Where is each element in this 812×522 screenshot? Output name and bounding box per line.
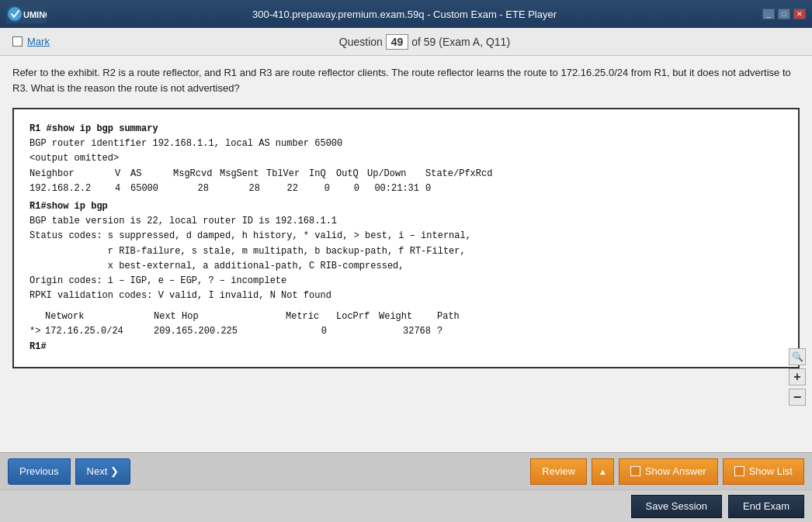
col-metric-h: Metric — [286, 309, 336, 324]
col-path-h: Path — [437, 309, 460, 324]
toolbar: Mark Question 49 of 59 (Exam A, Q11) — [0, 28, 812, 56]
col-outq: OutQ — [336, 167, 367, 181]
col-locprf-h: LocPrf — [336, 309, 379, 324]
val-state: 0 — [425, 181, 434, 196]
question-number: 49 — [386, 34, 409, 50]
show-answer-label: Show Answer — [645, 465, 706, 477]
mark-area: Mark — [12, 36, 50, 47]
question-info: Question 49 of 59 (Exam A, Q11) — [50, 34, 800, 50]
col-network-h: Network — [45, 309, 154, 324]
col-weight-h: Weight — [379, 309, 437, 324]
bottom-bar: Previous Next ❯ Review ▲ Show Answer Sho… — [0, 452, 812, 489]
val-nexthop: 209.165.200.225 — [154, 324, 286, 339]
col-neighbor: Neighbor — [29, 167, 115, 181]
close-button[interactable]: ✕ — [793, 9, 806, 19]
svg-text:UMINGO: UMINGO — [23, 10, 47, 19]
question-text: Refer to the exhibit. R2 is a route refl… — [12, 65, 800, 95]
next-chevron-icon: ❯ — [110, 465, 119, 477]
col-msgrcvd: MsgRcvd — [173, 167, 220, 181]
exhibit-bgp-ver: BGP table version is 22, local router ID… — [29, 214, 783, 229]
window-controls[interactable]: _ □ ✕ — [762, 9, 806, 19]
val-outq: 0 — [336, 181, 367, 196]
col-v: V — [115, 167, 130, 181]
exhibit-line-show-bgp: R1#show ip bgp — [29, 199, 783, 214]
exhibit-r1-prompt: R1# — [29, 340, 783, 354]
review-dropdown-button[interactable]: ▲ — [592, 458, 614, 485]
title-bar-left: UMINGO — [6, 5, 47, 23]
show-list-label: Show List — [749, 465, 793, 477]
val-weight: 32768 — [379, 324, 437, 339]
exhibit-line-1: R1 #show ip bgp summary — [29, 122, 783, 137]
previous-button[interactable]: Previous — [8, 458, 71, 485]
mark-label[interactable]: Mark — [27, 36, 50, 47]
val-tblver: 22 — [266, 181, 309, 196]
exhibit-rpki: RPKI validation codes: V valid, I invali… — [29, 289, 783, 303]
val-inq: 0 — [309, 181, 336, 196]
val-updown: 00:21:31 — [367, 181, 425, 196]
val-star: *> — [29, 324, 45, 339]
exhibit-bgp-header: Network Next Hop Metric LocPrf Weight Pa… — [29, 309, 783, 324]
exhibit-status-2: r RIB-failure, s stale, m multipath, b b… — [29, 244, 783, 259]
col-state: State/PfxRcd — [425, 167, 492, 181]
exhibit-box: R1 #show ip bgp summary BGP router ident… — [12, 108, 800, 368]
exhibit-origin: Origin codes: i – IGP, e – EGP, ? – inco… — [29, 274, 783, 289]
exhibit-line-2: BGP router identifier 192.168.1.1, local… — [29, 137, 783, 151]
zoom-out-button[interactable]: − — [789, 389, 806, 406]
col-tblver: TblVer — [266, 167, 309, 181]
next-label: Next — [87, 465, 108, 477]
val-msgrcvd: 28 — [173, 181, 220, 196]
exhibit-status-3: x best-external, a additional-path, C RI… — [29, 259, 783, 274]
logo: UMINGO — [6, 5, 47, 23]
next-button[interactable]: Next ❯ — [75, 458, 131, 485]
exhibit-line-3: <output omitted> — [29, 151, 783, 166]
val-network: 172.16.25.0/24 — [45, 324, 154, 339]
save-session-button[interactable]: Save Session — [631, 495, 723, 518]
svg-point-0 — [8, 7, 22, 21]
val-neighbor: 192.168.2.2 — [29, 181, 115, 196]
col-star — [29, 309, 45, 324]
content-area: Refer to the exhibit. R2 is a route refl… — [0, 56, 812, 452]
mark-checkbox[interactable] — [12, 36, 23, 47]
zoom-in-button[interactable]: + — [789, 368, 806, 385]
bottom-bar2: Save Session End Exam — [0, 489, 812, 522]
val-as: 65000 — [130, 181, 173, 196]
maximize-button[interactable]: □ — [778, 9, 790, 19]
title-bar: UMINGO 300-410.prepaway.premium.exam.59q… — [0, 0, 812, 28]
question-label: Question — [339, 36, 383, 48]
show-list-button[interactable]: Show List — [723, 458, 804, 485]
val-metric: 0 — [286, 324, 336, 339]
exhibit-bgp-row: *> 172.16.25.0/24 209.165.200.225 0 3276… — [29, 324, 783, 339]
search-button[interactable]: 🔍 — [789, 348, 806, 365]
show-answer-checkbox-icon — [630, 466, 640, 476]
col-inq: InQ — [309, 167, 336, 181]
exhibit-data-row: 192.168.2.2 4 65000 28 28 22 0 0 00:21:3… — [29, 181, 783, 196]
col-nexthop-h: Next Hop — [154, 309, 286, 324]
review-button[interactable]: Review — [530, 458, 587, 485]
val-msgsent: 28 — [220, 181, 266, 196]
val-locprf — [336, 324, 379, 339]
show-answer-button[interactable]: Show Answer — [619, 458, 718, 485]
question-of-text: of 59 (Exam A, Q11) — [411, 36, 510, 48]
chevron-up-icon: ▲ — [599, 467, 607, 476]
val-v: 4 — [115, 181, 130, 196]
col-msgsent: MsgSent — [220, 167, 266, 181]
col-as: AS — [130, 167, 173, 181]
app-title: 300-410.prepaway.premium.exam.59q - Cust… — [47, 9, 762, 20]
zoom-controls: 🔍 + − — [789, 348, 806, 406]
end-exam-button[interactable]: End Exam — [728, 495, 804, 518]
exhibit-status-1: Status codes: s suppressed, d damped, h … — [29, 229, 783, 244]
col-updown: Up/Down — [367, 167, 425, 181]
val-path: ? — [437, 324, 442, 339]
show-list-checkbox-icon — [734, 466, 744, 476]
minimize-button[interactable]: _ — [762, 9, 775, 19]
exhibit-header-row: Neighbor V AS MsgRcvd MsgSent TblVer InQ… — [29, 167, 783, 181]
